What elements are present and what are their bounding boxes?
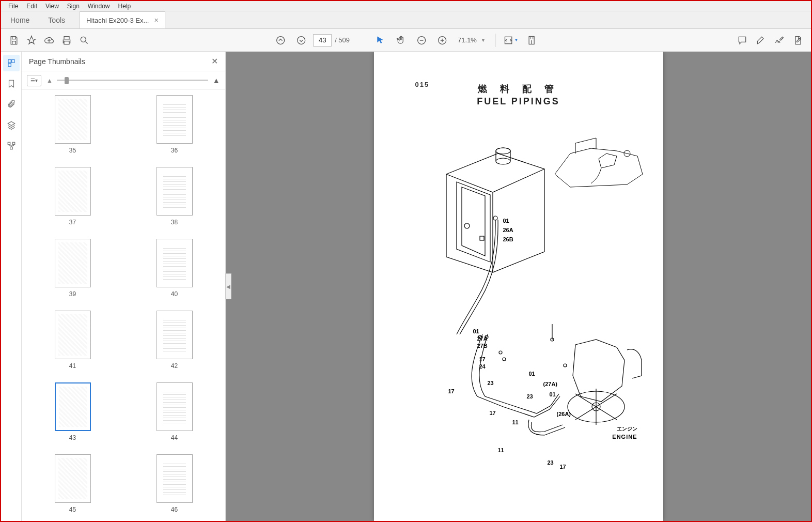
callout-label: 17: [490, 410, 496, 416]
thumbnail-item[interactable]: 46: [139, 454, 210, 516]
page-title-jp: 燃 料 配 管: [395, 83, 643, 95]
page-up-icon[interactable]: [272, 32, 289, 49]
callout-label: 01: [503, 218, 509, 224]
thumbnail-item[interactable]: 42: [139, 311, 210, 372]
tab-close-icon[interactable]: ×: [154, 16, 158, 24]
thumbnail-page[interactable]: [55, 239, 91, 287]
tab-document[interactable]: Hitachi Ex200-3 Ex... ×: [80, 11, 165, 28]
svg-point-23: [503, 358, 506, 361]
thumbnail-number: 42: [171, 362, 178, 370]
svg-point-14: [496, 148, 510, 154]
menu-help[interactable]: Help: [114, 2, 135, 11]
highlight-icon[interactable]: [752, 32, 770, 49]
callout-label: 23: [527, 393, 533, 400]
thumbnail-item[interactable]: 40: [139, 239, 210, 300]
callout-label: 11: [512, 419, 519, 425]
thumbnail-number: 36: [171, 147, 178, 154]
thumbnail-number: 41: [69, 362, 76, 370]
thumbnail-page[interactable]: [55, 454, 91, 503]
menu-edit[interactable]: Edit: [22, 2, 41, 11]
model-tree-icon[interactable]: [3, 137, 20, 154]
selection-tool-icon[interactable]: [371, 32, 389, 49]
callout-label: 23: [548, 459, 554, 466]
thumbnails-panel-icon[interactable]: [3, 55, 20, 71]
page-number-input[interactable]: [313, 34, 332, 47]
thumbnail-page[interactable]: [55, 167, 91, 216]
svg-point-1: [277, 36, 285, 44]
close-panel-icon[interactable]: ✕: [211, 56, 218, 66]
thumbnail-page[interactable]: [157, 239, 193, 287]
thumbnail-size-slider[interactable]: ▲ ▲: [46, 76, 220, 85]
star-icon[interactable]: [23, 32, 40, 49]
callout-label: 11: [498, 447, 504, 453]
page-code: 015: [415, 81, 430, 88]
zoom-out-icon[interactable]: [413, 32, 430, 49]
thumbnails-header: Page Thumbnails ✕: [22, 52, 225, 71]
zoom-dropdown[interactable]: 71.1% ▼: [454, 34, 489, 47]
thumbnail-item[interactable]: 37: [37, 167, 108, 228]
thumbnail-number: 44: [171, 434, 178, 441]
search-icon[interactable]: [75, 32, 93, 49]
page-down-icon[interactable]: [292, 32, 310, 49]
print-icon[interactable]: [58, 32, 75, 49]
signature-icon[interactable]: [771, 32, 788, 49]
thumbnail-item[interactable]: 36: [139, 95, 210, 157]
menu-window[interactable]: Window: [84, 2, 114, 11]
menu-sign[interactable]: Sign: [63, 2, 84, 11]
thumbnail-item[interactable]: 45: [37, 454, 108, 516]
hand-tool-icon[interactable]: [392, 32, 410, 49]
thumbnail-item[interactable]: 38: [139, 167, 210, 228]
thumbnail-item[interactable]: 35: [37, 95, 108, 157]
thumbnail-page[interactable]: [157, 311, 193, 359]
svg-rect-9: [11, 59, 14, 63]
callout-label: 26A: [503, 227, 513, 233]
thumbnails-grid[interactable]: 353637383940414243444546: [22, 90, 225, 521]
thumbnail-page[interactable]: [157, 454, 193, 503]
tab-tools[interactable]: Tools: [39, 12, 74, 28]
main: Page Thumbnails ✕ ☰▾ ▲ ▲ 353637383940414…: [1, 52, 811, 521]
cloud-upload-icon[interactable]: [40, 32, 58, 49]
svg-rect-8: [8, 64, 11, 67]
attachments-panel-icon[interactable]: [3, 96, 20, 113]
callout-label: 27A: [477, 335, 488, 342]
engine-label-en: ENGINE: [612, 434, 637, 440]
svg-rect-7: [8, 59, 11, 63]
engine-label-jp: エンジン: [617, 425, 637, 433]
tab-home[interactable]: Home: [1, 12, 39, 28]
toolbar-center: / 509 71.1% ▼ ▼: [272, 32, 540, 49]
thumbnail-number: 43: [69, 434, 76, 441]
menubar: File Edit View Sign Window Help: [1, 1, 811, 11]
callout-label: (26A): [557, 411, 571, 417]
save-icon[interactable]: [5, 32, 23, 49]
toolbar: / 509 71.1% ▼ ▼: [1, 29, 811, 52]
thumbnail-number: 39: [69, 290, 76, 298]
thumbnail-number: 35: [69, 147, 76, 154]
thumbnail-page[interactable]: [157, 167, 193, 216]
thumbnails-title: Page Thumbnails: [29, 57, 211, 66]
thumbnail-page[interactable]: [157, 382, 193, 431]
edit-pdf-icon[interactable]: [789, 32, 807, 49]
thumbnail-page[interactable]: [157, 95, 193, 144]
menu-view[interactable]: View: [41, 2, 63, 11]
fit-page-icon[interactable]: [523, 32, 540, 49]
thumbnail-page[interactable]: [55, 311, 91, 359]
thumbnail-item[interactable]: 43: [37, 382, 108, 444]
fit-width-icon[interactable]: ▼: [502, 32, 520, 49]
comment-icon[interactable]: [733, 32, 751, 49]
collapse-panel-icon[interactable]: ◀: [225, 273, 231, 299]
layers-panel-icon[interactable]: [3, 117, 20, 133]
slider-track[interactable]: [57, 80, 208, 81]
slider-thumb[interactable]: [65, 77, 69, 84]
thumbnail-page[interactable]: [55, 382, 91, 431]
svg-point-2: [298, 36, 305, 44]
thumbnail-item[interactable]: 44: [139, 382, 210, 444]
thumbnail-page[interactable]: [55, 95, 91, 144]
bookmarks-panel-icon[interactable]: [3, 75, 20, 92]
thumbnail-options-icon[interactable]: ☰▾: [27, 75, 41, 86]
thumbnail-item[interactable]: 39: [37, 239, 108, 300]
callout-label: 27B: [477, 343, 488, 349]
thumbnail-item[interactable]: 41: [37, 311, 108, 372]
document-area[interactable]: 015 燃 料 配 管 FUEL PIPINGS: [226, 52, 811, 521]
menu-file[interactable]: File: [4, 2, 22, 11]
zoom-in-icon[interactable]: [433, 32, 451, 49]
